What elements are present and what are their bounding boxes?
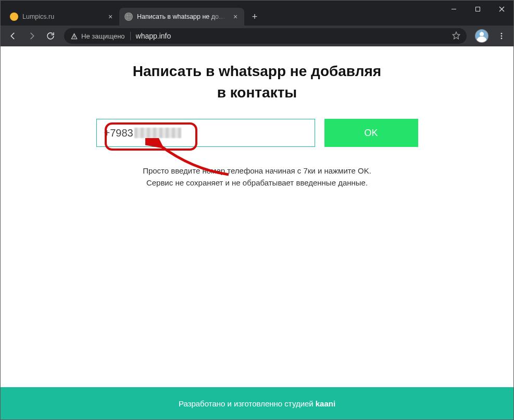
svg-rect-1: [475, 7, 480, 11]
svg-point-5: [501, 33, 503, 34]
window-titlebar: Lumpics.ru × Написать в whatsapp не доба…: [1, 1, 513, 26]
favicon-icon: [10, 13, 18, 21]
tab-title: Lumpics.ru: [22, 13, 103, 20]
redacted-digits: [134, 128, 181, 138]
svg-marker-4: [453, 32, 459, 39]
warning-icon: [70, 32, 78, 40]
tab-lumpics[interactable]: Lumpics.ru ×: [5, 8, 119, 26]
address-bar[interactable]: Не защищено whapp.info: [64, 28, 467, 44]
close-tab-icon[interactable]: ×: [107, 13, 114, 20]
footer-text: Разработано и изготовленно студией: [179, 399, 314, 408]
tab-whapp[interactable]: Написать в whatsapp не добавл ×: [119, 8, 244, 26]
maximize-button[interactable]: [466, 1, 490, 17]
close-tab-icon[interactable]: ×: [232, 13, 239, 20]
hint-text: Просто введите номер телефона начиная с …: [143, 165, 371, 189]
ok-button[interactable]: OK: [324, 119, 418, 147]
browser-toolbar: Не защищено whapp.info: [1, 26, 513, 46]
phone-form: +7983 OK: [96, 119, 418, 147]
phone-input[interactable]: +7983: [96, 119, 315, 147]
forward-button[interactable]: [23, 28, 40, 44]
svg-point-6: [501, 35, 503, 37]
close-window-button[interactable]: [490, 1, 513, 17]
svg-point-7: [501, 38, 503, 39]
page-content: Написать в whatsapp не добавляя в контак…: [1, 46, 513, 387]
hint-line: Просто введите номер телефона начиная с …: [143, 165, 371, 177]
security-label: Не защищено: [81, 32, 125, 40]
security-indicator[interactable]: Не защищено: [70, 32, 125, 40]
minimize-button[interactable]: [442, 1, 466, 17]
tab-strip: Lumpics.ru × Написать в whatsapp не доба…: [1, 1, 442, 26]
url-text: whapp.info: [136, 32, 447, 40]
heading-line: в контакты: [133, 82, 381, 104]
tab-title: Написать в whatsapp не добавл: [137, 13, 228, 20]
reload-button[interactable]: [42, 28, 59, 44]
bookmark-star-icon[interactable]: [452, 31, 460, 41]
back-button[interactable]: [5, 28, 21, 44]
profile-avatar[interactable]: [475, 29, 488, 43]
heading-line: Написать в whatsapp не добавляя: [133, 61, 381, 82]
phone-value-prefix: +7983: [104, 127, 133, 139]
page-viewport: Написать в whatsapp не добавляя в контак…: [1, 46, 513, 419]
browser-menu-button[interactable]: [494, 28, 509, 44]
globe-icon: [124, 13, 133, 21]
page-footer: Разработано и изготовленно студией kaani: [1, 387, 513, 419]
footer-studio-link[interactable]: kaani: [316, 399, 335, 408]
hint-line: Сервис не сохраняет и не обрабатывает вв…: [143, 177, 371, 189]
page-title: Написать в whatsapp не добавляя в контак…: [133, 61, 381, 103]
new-tab-button[interactable]: +: [247, 9, 262, 24]
window-controls: [442, 1, 513, 17]
divider: [130, 32, 131, 40]
